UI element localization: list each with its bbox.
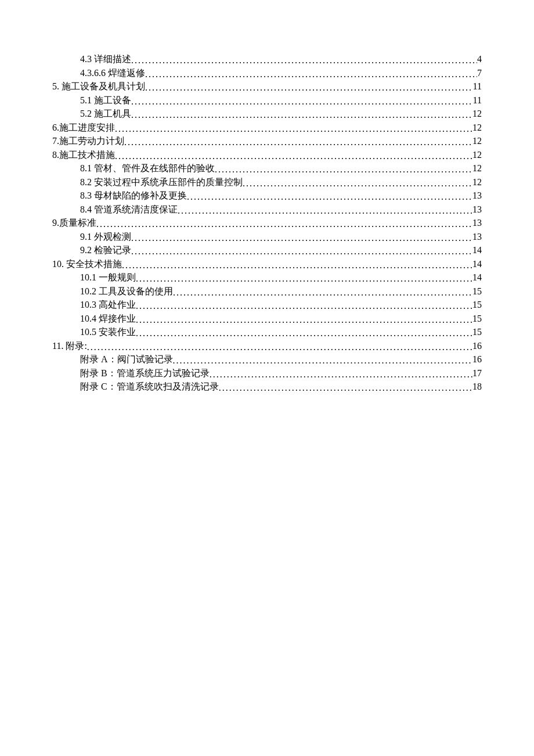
toc-entry-label: 9.2 检验记录 [80, 243, 131, 257]
toc-leader-dots [243, 177, 472, 190]
toc-leader-dots [145, 81, 473, 95]
toc-leader-dots [96, 217, 472, 231]
toc-entry: 8.施工技术措施12 [52, 148, 482, 162]
toc-leader-dots [173, 354, 472, 368]
toc-entry: 5.1 施工设备11 [52, 93, 482, 107]
toc-entry-label: 8.4 管道系统清洁度保证 [80, 203, 178, 217]
toc-entry-label: 10.4 焊接作业 [80, 312, 136, 326]
toc-entry-label: 6.施工进度安排 [52, 121, 115, 135]
toc-entry-page: 13 [472, 230, 482, 244]
toc-entry: 4.3 详细描述4 [52, 52, 482, 66]
toc-entry-page: 12 [472, 161, 482, 175]
toc-entry-label: 4.3.6.6 焊缝返修 [80, 66, 145, 80]
toc-entry-page: 12 [472, 121, 482, 135]
toc-entry-label: 附录 A：阀门试验记录 [80, 352, 173, 366]
toc-entry: 8.4 管道系统清洁度保证13 [52, 203, 482, 217]
toc-entry-page: 12 [472, 134, 482, 148]
toc-entry-label: 5. 施工设备及机具计划 [52, 80, 145, 93]
toc-entry-label: 附录 B：管道系统压力试验记录 [80, 366, 210, 380]
toc-entry-label: 8.2 安装过程中系统承压部件的质量控制 [80, 175, 243, 189]
toc-entry-label: 8.3 母材缺陷的修补及更换 [80, 189, 187, 203]
toc-entry-page: 16 [472, 352, 482, 366]
toc-entry: 5.2 施工机具12 [52, 107, 482, 121]
toc-leader-dots [210, 368, 472, 381]
toc-entry-label: 8.1 管材、管件及在线部件的验收 [80, 161, 215, 175]
toc-leader-dots [124, 135, 472, 149]
toc-leader-dots [173, 286, 472, 300]
toc-leader-dots [131, 53, 477, 67]
toc-entry: 10.5 安装作业15 [52, 325, 482, 339]
toc-entry: 10.1 一般规则14 [52, 271, 482, 285]
toc-entry-label: 5.2 施工机具 [80, 107, 131, 121]
toc-entry-label: 10.2 工具及设备的使用 [80, 285, 173, 298]
toc-entry: 11. 附录:16 [52, 339, 482, 353]
toc-entry-page: 18 [472, 380, 482, 394]
toc-entry-label: 4.3 详细描述 [80, 52, 131, 66]
toc-entry: 附录 C：管道系统吹扫及清洗记录18 [52, 380, 482, 394]
toc-leader-dots [187, 190, 472, 204]
toc-leader-dots [136, 326, 472, 340]
toc-leader-dots [115, 122, 472, 136]
toc-entry-label: 10.3 高处作业 [80, 298, 136, 312]
toc-leader-dots [122, 258, 472, 272]
toc-entry: 7.施工劳动力计划12 [52, 134, 482, 148]
toc-entry: 9.质量标准13 [52, 216, 482, 230]
toc-entry-page: 12 [472, 148, 482, 162]
toc-entry: 8.3 母材缺陷的修补及更换13 [52, 189, 482, 203]
toc-entry: 附录 B：管道系统压力试验记录17 [52, 366, 482, 380]
toc-entry-page: 15 [472, 285, 482, 298]
toc-entry-page: 15 [472, 298, 482, 312]
toc-entry: 8.2 安装过程中系统承压部件的质量控制12 [52, 175, 482, 189]
toc-entry-label: 5.1 施工设备 [80, 93, 131, 107]
toc-leader-dots [87, 340, 472, 354]
toc-leader-dots [131, 95, 473, 109]
toc-entry-page: 7 [477, 66, 482, 80]
toc-entry-page: 14 [472, 271, 482, 285]
toc-entry: 10. 安全技术措施14 [52, 257, 482, 271]
toc-leader-dots [136, 313, 472, 327]
toc-entry-page: 12 [472, 107, 482, 121]
toc-entry: 5. 施工设备及机具计划11 [52, 80, 482, 93]
table-of-contents: 4.3 详细描述44.3.6.6 焊缝返修75. 施工设备及机具计划115.1 … [52, 52, 482, 394]
toc-entry: 8.1 管材、管件及在线部件的验收12 [52, 161, 482, 175]
toc-entry-page: 16 [472, 339, 482, 353]
toc-entry-page: 15 [472, 325, 482, 339]
toc-entry-label: 10.5 安装作业 [80, 325, 136, 339]
toc-entry-page: 13 [472, 216, 482, 230]
toc-entry: 6.施工进度安排12 [52, 121, 482, 135]
toc-leader-dots [131, 108, 472, 122]
toc-entry-label: 11. 附录: [52, 339, 87, 353]
toc-leader-dots [215, 163, 472, 177]
toc-entry: 10.4 焊接作业15 [52, 312, 482, 326]
toc-entry-label: 附录 C：管道系统吹扫及清洗记录 [80, 380, 219, 394]
toc-entry-label: 9.质量标准 [52, 216, 96, 230]
toc-entry-page: 13 [472, 189, 482, 203]
toc-entry: 10.3 高处作业15 [52, 298, 482, 312]
toc-entry-page: 14 [472, 243, 482, 257]
toc-entry-page: 4 [477, 52, 482, 66]
toc-leader-dots [136, 272, 472, 286]
toc-entry-page: 11 [473, 80, 482, 93]
toc-entry-label: 10.1 一般规则 [80, 271, 136, 285]
toc-leader-dots [136, 299, 472, 313]
toc-entry-label: 10. 安全技术措施 [52, 257, 122, 271]
toc-leader-dots [115, 149, 472, 163]
toc-entry-page: 11 [473, 93, 482, 107]
toc-entry-label: 7.施工劳动力计划 [52, 134, 124, 148]
toc-entry: 9.1 外观检测13 [52, 230, 482, 244]
toc-leader-dots [219, 381, 472, 395]
toc-entry-page: 17 [472, 366, 482, 380]
toc-entry-page: 15 [472, 312, 482, 326]
toc-entry-page: 13 [472, 203, 482, 217]
toc-entry-page: 14 [472, 257, 482, 271]
toc-entry-page: 12 [472, 175, 482, 189]
toc-leader-dots [131, 244, 472, 258]
toc-entry: 9.2 检验记录14 [52, 243, 482, 257]
toc-entry: 10.2 工具及设备的使用15 [52, 285, 482, 298]
toc-leader-dots [145, 67, 477, 81]
toc-entry: 4.3.6.6 焊缝返修7 [52, 66, 482, 80]
toc-entry-label: 8.施工技术措施 [52, 148, 115, 162]
toc-leader-dots [178, 204, 472, 218]
toc-leader-dots [131, 231, 472, 245]
toc-entry: 附录 A：阀门试验记录16 [52, 352, 482, 366]
